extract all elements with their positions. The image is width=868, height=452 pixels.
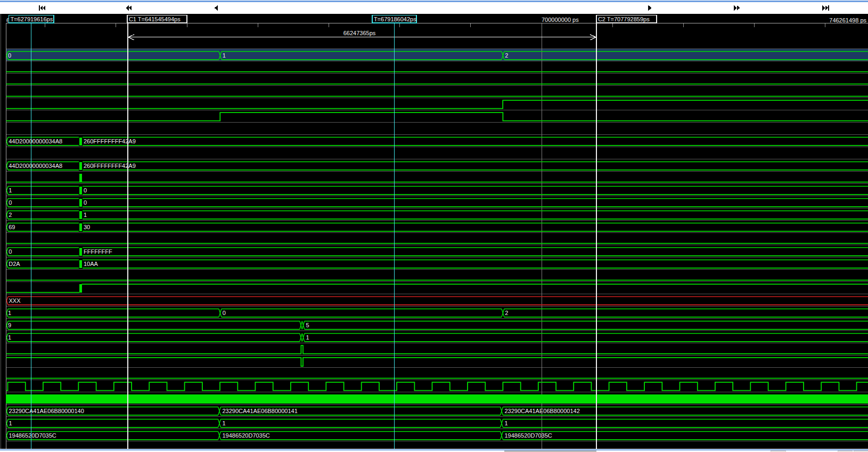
svg-text:1: 1 <box>9 420 12 426</box>
svg-text:1: 1 <box>8 310 11 316</box>
svg-text:23290CA41AE06B80000142: 23290CA41AE06B80000142 <box>505 408 580 414</box>
svg-text:66247365ps: 66247365ps <box>343 30 376 36</box>
svg-text:0: 0 <box>84 199 87 206</box>
svg-text:1: 1 <box>306 334 309 341</box>
svg-text:19486520D7035C: 19486520D7035C <box>223 432 270 439</box>
svg-text:0: 0 <box>223 310 226 316</box>
svg-text:44D20000000034A8: 44D20000000034A8 <box>9 138 62 144</box>
svg-text:1: 1 <box>505 420 508 426</box>
svg-text:1: 1 <box>223 420 226 426</box>
svg-text:19486520D7035C: 19486520D7035C <box>505 432 552 439</box>
svg-text:69: 69 <box>9 224 15 230</box>
svg-text:2: 2 <box>9 212 12 218</box>
svg-text:1: 1 <box>8 334 11 341</box>
svg-text:19486520D7035C: 19486520D7035C <box>9 432 56 439</box>
svg-text:1: 1 <box>9 187 12 193</box>
svg-text:23290CA41AE06B80000140: 23290CA41AE06B80000140 <box>9 408 84 414</box>
svg-text:T=627919616ps: T=627919616ps <box>10 16 53 22</box>
svg-text:746261498 ps: 746261498 ps <box>829 17 866 23</box>
svg-text:C2 T=707792859ps: C2 T=707792859ps <box>598 16 650 22</box>
svg-text:XXX: XXX <box>9 297 21 304</box>
svg-text:T=679186042ps: T=679186042ps <box>374 16 416 22</box>
svg-text:0: 0 <box>8 52 11 59</box>
svg-text:1: 1 <box>223 52 226 59</box>
svg-text:5: 5 <box>306 322 309 328</box>
svg-text:700000000 ps: 700000000 ps <box>542 17 579 23</box>
svg-text:10AA: 10AA <box>84 261 99 267</box>
svg-text:C1 T=641545494ps: C1 T=641545494ps <box>129 16 181 22</box>
svg-text:2: 2 <box>505 52 508 59</box>
svg-text:0: 0 <box>84 187 87 193</box>
svg-text:9: 9 <box>8 322 11 328</box>
svg-text:30: 30 <box>84 224 90 230</box>
svg-text:D2A: D2A <box>9 261 20 267</box>
svg-text:2: 2 <box>505 310 508 316</box>
svg-text:FFFFFFFF: FFFFFFFF <box>84 248 112 255</box>
svg-text:44D20000000034A8: 44D20000000034A8 <box>9 163 62 169</box>
svg-text:1: 1 <box>84 212 87 218</box>
svg-text:0: 0 <box>9 199 12 206</box>
svg-text:23290CA41AE06B80000141: 23290CA41AE06B80000141 <box>223 408 298 414</box>
svg-text:0: 0 <box>9 248 12 255</box>
